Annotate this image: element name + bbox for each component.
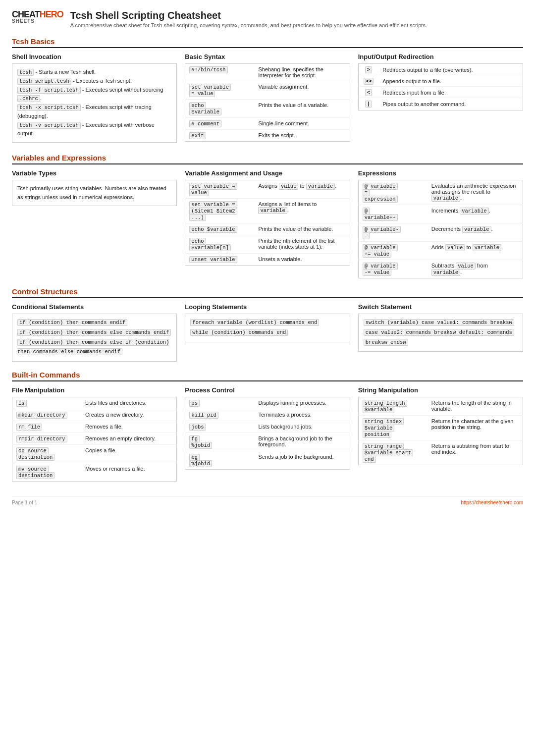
table-row: string length$variable Returns the lengt…: [358, 397, 523, 416]
va-c1: set variable =: [189, 183, 237, 190]
shell-invocation-title: Shell Invocation: [12, 53, 177, 60]
table-row: echo $variable Prints the value of the v…: [185, 223, 350, 235]
fm-c6a: mv source: [16, 466, 49, 473]
pc-desc1: Displays running processes.: [254, 397, 350, 409]
table-row: set variable= value Variable assignment.: [185, 81, 350, 100]
table-row: string range$variable startend Returns a…: [358, 440, 523, 465]
cond-line3: if (condition) then commands else if (co…: [17, 338, 171, 358]
table-row: rmdir directory Removes an empty directo…: [12, 433, 177, 445]
logo-hero: HERO: [40, 9, 63, 19]
pc-c3: jobs: [189, 424, 206, 431]
pc-cmd1: ps: [185, 397, 255, 409]
table-row: @ variable=expression Evaluates an arith…: [358, 180, 523, 205]
table-row: ls Lists files and directories.: [12, 397, 177, 409]
ex-ic2: variable: [460, 208, 488, 215]
cond-c2: if (condition) then commands else comman…: [17, 329, 171, 336]
table-row: rm file Removes a file.: [12, 421, 177, 433]
string-manipulation-title: String Manipulation: [358, 386, 523, 394]
va-c2: set variable =: [189, 201, 237, 208]
logo-sub: SHEETS: [12, 19, 63, 24]
pc-cmd4: fg%jobid: [185, 433, 255, 451]
sm-desc1: Returns the length of the string in vari…: [428, 397, 523, 416]
fm-c2: mkdir directory: [16, 412, 67, 419]
fm-cmd4: rmdir directory: [12, 433, 82, 445]
shell-invocation-col: Shell Invocation tcsh - Starts a new Tcs…: [12, 53, 177, 145]
io-redirect-col: Input/Output Redirection > Redirects out…: [358, 53, 523, 145]
pc-cmd2: kill pid: [185, 409, 255, 421]
file-manipulation-title: File Manipulation: [12, 386, 177, 394]
bs-desc1: Shebang line, specifies the interpreter …: [254, 64, 350, 81]
basic-syntax-col: Basic Syntax #!/bin/tcsh Shebang line, s…: [185, 53, 350, 145]
bs-cmd3: echo$variable: [185, 100, 255, 118]
io-c4: |: [365, 101, 372, 108]
bs-c5: exit: [189, 132, 206, 139]
sw-c2: case value2: commands breaksw default: c…: [364, 329, 514, 336]
logo-cheat: CHEAT: [12, 9, 40, 19]
va-c2b: ($item1 $item2: [189, 208, 237, 215]
va-ic1: value: [279, 183, 299, 190]
si-code1: tcsh: [17, 69, 34, 76]
expressions-col: Expressions @ variable=expression Evalua…: [358, 169, 523, 278]
pc-desc3: Lists background jobs.: [254, 421, 350, 433]
ex-desc1: Evaluates an arithmetic expression and a…: [428, 180, 523, 205]
ex-c3a: @ variable-: [363, 226, 401, 233]
io-sym3: <: [360, 88, 378, 98]
fm-desc1: Lists files and directories.: [81, 397, 177, 409]
ex-c4a: @ variable: [363, 244, 398, 251]
pc-cmd5: bg%jobid: [185, 451, 255, 470]
page-number: Page 1 of 1: [12, 500, 37, 505]
process-control-table: ps Displays running processes. kill pid …: [185, 397, 350, 470]
pc-c4a: fg: [189, 435, 200, 442]
looping-col: Looping Statements foreach variable (wor…: [185, 303, 350, 362]
page-title: Tcsh Shell Scripting Cheatsheet: [70, 10, 427, 21]
io-desc1: Redirects output to a file (overwrites).: [378, 65, 522, 75]
ex-cmd2: @variable++: [358, 205, 428, 223]
logo: CHEATHERO SHEETS: [12, 10, 63, 24]
sm-c3b: $variable start: [363, 449, 414, 456]
bs-c3a: echo: [189, 102, 206, 109]
va-c2c: ...): [189, 214, 206, 221]
va-ic3: variable: [258, 207, 287, 214]
sm-c3a: string range: [363, 443, 404, 450]
shell-invocation-box: tcsh - Starts a new Tcsh shell. tcsh scr…: [12, 63, 177, 143]
control-cols: Conditional Statements if (condition) th…: [12, 303, 523, 362]
fm-desc4: Removes an empty directory.: [81, 433, 177, 445]
table-row: fg%jobid Brings a background job to the …: [185, 433, 350, 451]
cond-c3: if (condition) then commands else if (co…: [17, 339, 169, 356]
table-row: unset variable Unsets a variable.: [185, 253, 350, 265]
va-c1b: value: [189, 189, 209, 196]
file-manipulation-table: ls Lists files and directories. mkdir di…: [12, 397, 177, 482]
va-cmd5: unset variable: [185, 253, 255, 265]
va-cmd4: echo$variable[n]: [185, 235, 255, 253]
fm-cmd3: rm file: [12, 421, 82, 433]
var-types-title: Variable Types: [12, 169, 177, 177]
header: CHEATHERO SHEETS Tcsh Shell Scripting Ch…: [12, 10, 523, 28]
table-row: @variable++ Increments variable.: [358, 205, 523, 223]
table-row: kill pid Terminates a process.: [185, 409, 350, 421]
table-row: @ variable-- Decrements variable.: [358, 223, 523, 241]
va-desc1: Assigns value to variable.: [254, 180, 350, 198]
bs-c1: #!/bin/tcsh: [189, 66, 227, 73]
io-sym2: >>: [360, 76, 378, 87]
io-sym4: |: [360, 99, 378, 109]
cond-line2: if (condition) then commands else comman…: [17, 328, 171, 338]
io-sym1: >: [360, 65, 378, 75]
ex-c2a: @: [363, 208, 370, 215]
footer-link[interactable]: https://cheatsheetshero.com: [461, 500, 523, 505]
process-control-col: Process Control ps Displays running proc…: [185, 386, 350, 482]
si-line1: tcsh - Starts a new Tcsh shell.: [17, 68, 171, 77]
loop-c2: while (condition) commands end: [190, 329, 288, 336]
si-code2: tcsh script.tcsh: [17, 78, 71, 85]
sm-desc2: Returns the character at the given posit…: [428, 416, 523, 440]
fm-c6b: destination: [16, 472, 54, 479]
table-row: < Redirects input from a file.: [360, 88, 522, 98]
ex-c4b: += value: [363, 251, 391, 258]
io-desc2: Appends output to a file.: [378, 76, 522, 87]
si-code5: tcsh -v script.tcsh: [17, 122, 81, 129]
fm-cmd1: ls: [12, 397, 82, 409]
expressions-title: Expressions: [358, 169, 523, 177]
table-row: @ variable+= value Adds value to variabl…: [358, 241, 523, 260]
page-subtitle: A comprehensive cheat sheet for Tcsh she…: [70, 22, 427, 28]
ex-c1c: expression: [363, 196, 398, 203]
pc-c2: kill pid: [189, 412, 218, 419]
